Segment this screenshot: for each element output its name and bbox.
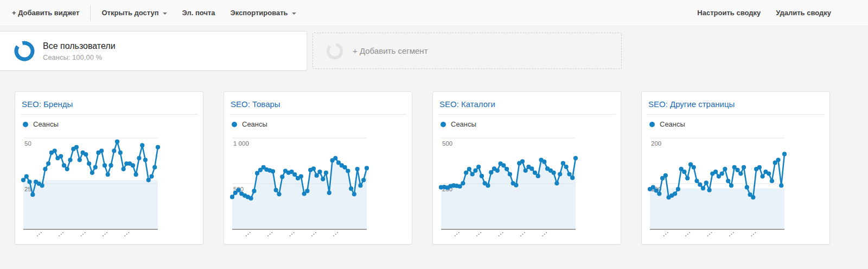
delete-dashboard-button[interactable]: Удалить сводку: [768, 0, 839, 26]
x-axis-tick-labels: [246, 232, 339, 236]
dashboard-widget: SEO: Товары Сеансы 1 000500: [224, 91, 412, 245]
legend-series-dot-icon: [649, 122, 655, 127]
widget-title-link[interactable]: SEO: Другие страницы: [642, 92, 829, 114]
chevron-down-icon: [163, 12, 167, 15]
segment-subtitle: Сеансы: 100,00 %: [43, 53, 116, 61]
email-button[interactable]: Эл. почта: [175, 0, 223, 26]
share-dashboard-label: Открыть доступ: [101, 9, 158, 17]
add-segment-label: + Добавить сегмент: [353, 46, 428, 55]
widget-title-link[interactable]: SEO: Бренды: [15, 92, 203, 114]
sessions-line-chart: 1 000500: [224, 129, 406, 239]
dashboard-widget: SEO: Каталоги Сеансы 500250: [432, 91, 621, 245]
sessions-line-chart: 200100: [642, 129, 824, 239]
dashboard-widget: SEO: Другие страницы Сеансы 200100: [641, 91, 830, 245]
widget-legend: Сеансы: [642, 115, 829, 128]
x-axis-tick-labels: [455, 232, 547, 236]
x-axis-tick-labels: [37, 232, 130, 236]
legend-series-label: Сеансы: [33, 120, 59, 128]
widget-legend: Сеансы: [433, 115, 621, 128]
sessions-line-chart: 5025: [15, 129, 197, 239]
legend-series-dot-icon: [441, 122, 446, 127]
y-axis-label: 500: [442, 140, 452, 147]
toolbar-divider: [90, 5, 91, 21]
export-button[interactable]: Экспортировать: [223, 0, 304, 26]
add-segment-button[interactable]: + Добавить сегмент: [312, 33, 622, 69]
legend-series-label: Сеансы: [660, 120, 685, 128]
segment-bar: Все пользователи Сеансы: 100,00 % + Доба…: [0, 26, 868, 72]
export-label: Экспортировать: [231, 9, 288, 17]
segment-donut-icon: [14, 41, 35, 61]
chart-area-fill: [23, 180, 158, 229]
widget-title-link[interactable]: SEO: Товары: [224, 92, 412, 114]
legend-series-label: Сеансы: [242, 120, 267, 128]
x-axis-tick-labels: [663, 232, 756, 236]
y-axis-label: 1 000: [233, 140, 249, 147]
toolbar-right-group: Настроить сводку Удалить сводку: [690, 0, 863, 26]
widget-legend: Сеансы: [15, 115, 203, 128]
widget-title-link[interactable]: SEO: Каталоги: [433, 92, 621, 114]
y-axis-label: 200: [651, 140, 661, 147]
all-users-segment-card[interactable]: Все пользователи Сеансы: 100,00 %: [0, 31, 307, 71]
legend-series-dot-icon: [232, 122, 237, 127]
add-widget-button[interactable]: + Добавить виджет: [4, 0, 87, 26]
chevron-down-icon: [292, 12, 296, 15]
widget-legend: Сеансы: [224, 115, 412, 128]
legend-series-label: Сеансы: [451, 120, 476, 128]
segment-text-block: Все пользователи Сеансы: 100,00 %: [43, 41, 116, 61]
segment-title: Все пользователи: [43, 41, 116, 52]
share-dashboard-button[interactable]: Открыть доступ: [94, 0, 174, 26]
widgets-row: SEO: Бренды Сеансы 5025 SEO: Товары Сеан…: [15, 91, 868, 245]
legend-series-dot-icon: [23, 122, 28, 127]
segment-donut-placeholder-icon: [326, 42, 343, 60]
dashboard-toolbar: + Добавить виджет Открыть доступ Эл. поч…: [0, 0, 868, 26]
y-axis-label: 50: [24, 140, 31, 147]
dashboard-widget: SEO: Бренды Сеансы 5025: [15, 91, 203, 245]
customize-dashboard-button[interactable]: Настроить сводку: [690, 0, 768, 26]
sessions-line-chart: 500250: [433, 129, 615, 239]
